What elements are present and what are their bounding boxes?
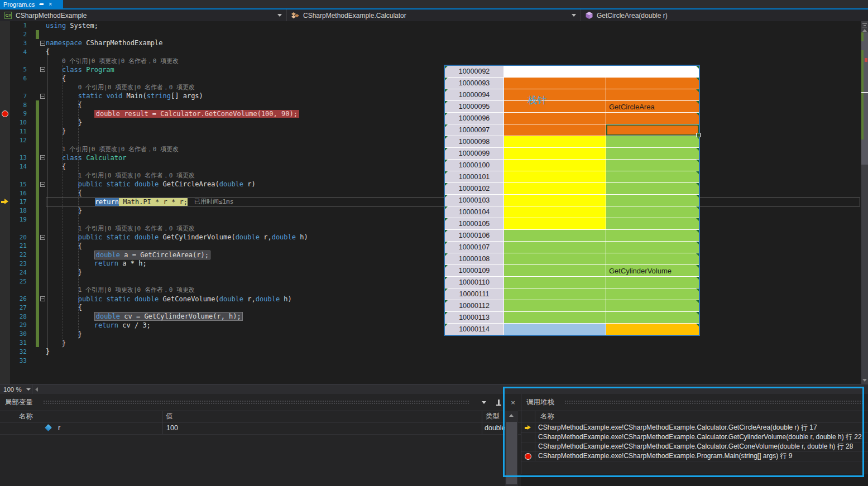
memory-address-cell[interactable]: 10000096 [445, 113, 503, 124]
codelens-info[interactable]: 1 个引用|0 项更改|0 名作者，0 项更改 [78, 286, 195, 294]
code-line[interactable]: 7static void Main(string[] args) [0, 92, 861, 100]
stack-frame-row[interactable]: CSharpMethodExample.exe!CSharpMethodExam… [521, 442, 868, 452]
member-dropdown[interactable]: GetCircleArea(double r) [581, 9, 861, 21]
memory-cell-c[interactable] [606, 66, 699, 77]
code-line[interactable]: 6{ [0, 74, 861, 83]
memory-cell-c[interactable] [606, 312, 699, 323]
project-dropdown[interactable]: C# CSharpMethodExample [0, 9, 287, 21]
fold-collapse-icon[interactable] [40, 296, 45, 301]
code-line[interactable]: 28double cv = GetCylinderVolume(r, h); [0, 312, 861, 321]
code-line[interactable]: 33 [0, 356, 861, 365]
code-line[interactable]: 30} [0, 330, 861, 339]
column-value[interactable]: 值 [166, 411, 173, 422]
memory-cell-b[interactable] [504, 300, 606, 311]
codelens-line[interactable]: 0 个引用|0 项更改|0 名作者，0 项更改 [0, 83, 861, 92]
fold-collapse-icon[interactable] [40, 235, 45, 240]
close-icon[interactable]: × [509, 398, 517, 407]
codelens-info[interactable]: 1 个引用|0 项更改|0 名作者，0 项更改 [62, 145, 179, 153]
code-line[interactable]: 12 [0, 136, 861, 145]
close-icon[interactable]: × [49, 2, 52, 7]
column-name[interactable]: 名称 [19, 411, 33, 422]
editor-horizontal-scrollbar[interactable]: 100 % [0, 384, 868, 394]
code-line[interactable]: 18} [0, 206, 861, 215]
memory-cell-c[interactable] [606, 160, 699, 171]
memory-cell-c[interactable] [606, 171, 699, 182]
code-line[interactable]: 20public static double GetCylinderVolume… [0, 233, 861, 242]
code-line[interactable]: 22double a = GetCircleArea(r); [0, 251, 861, 259]
scroll-up-arrow[interactable] [509, 414, 514, 417]
codelens-info[interactable]: 1 个引用|0 项更改|0 名作者，0 项更改 [78, 224, 195, 233]
code-line[interactable]: 31} [0, 339, 861, 348]
memory-address-cell[interactable]: 10000113 [445, 312, 503, 323]
column-type[interactable]: 类型 [486, 411, 500, 422]
memory-address-cell[interactable]: 10000103 [445, 195, 503, 206]
breakpoint-icon[interactable] [2, 110, 8, 117]
memory-cell-b[interactable] [504, 324, 606, 335]
memory-cell-b[interactable] [504, 160, 606, 171]
memory-cell-b[interactable] [504, 148, 606, 159]
memory-cell-b[interactable] [504, 89, 606, 100]
scroll-left-arrow[interactable] [35, 387, 38, 392]
memory-cell-c[interactable] [606, 288, 699, 300]
scroll-up-arrow[interactable] [862, 29, 867, 32]
memory-address-cell[interactable]: 10000110 [445, 277, 503, 288]
memory-address-cell[interactable]: 10000098 [445, 136, 503, 147]
memory-cell-b[interactable] [504, 195, 606, 206]
memory-cell-b[interactable] [504, 124, 606, 136]
memory-cell-c[interactable] [606, 136, 699, 147]
memory-cell-b[interactable] [504, 230, 606, 241]
memory-cell-b[interactable] [504, 171, 606, 182]
memory-cell-b[interactable] [504, 136, 606, 147]
tab-program-cs[interactable]: Program.cs × [0, 0, 63, 8]
memory-address-cell[interactable]: 10000093 [445, 78, 503, 89]
code-line[interactable]: 24} [0, 268, 861, 277]
code-line[interactable]: 25 [0, 277, 861, 286]
memory-cell-b[interactable] [504, 288, 606, 300]
memory-cell-c[interactable] [606, 206, 699, 218]
code-line[interactable]: 19 [0, 215, 861, 224]
scroll-down-arrow[interactable] [862, 379, 867, 382]
memory-address-cell[interactable]: 10000105 [445, 218, 503, 229]
memory-cell-c[interactable]: GetCylinderVolume [606, 265, 699, 276]
codelens-info[interactable]: 0 个引用|0 项更改|0 名作者，0 项更改 [62, 57, 179, 65]
code-editor[interactable]: 1using System;23namespace CSharpMethodEx… [0, 21, 868, 384]
memory-cell-c[interactable]: GetCircleArea [606, 101, 699, 112]
codelens-line[interactable]: 1 个引用|0 项更改|0 名作者，0 项更改 [0, 224, 861, 233]
code-line[interactable]: 11} [0, 127, 861, 136]
memory-address-cell[interactable]: 10000099 [445, 148, 503, 159]
window-menu-icon[interactable] [479, 398, 488, 407]
memory-cell-b[interactable] [504, 277, 606, 288]
memory-address-cell[interactable]: 10000112 [445, 300, 503, 311]
memory-address-cell[interactable]: 10000109 [445, 265, 503, 276]
memory-cell-b[interactable] [504, 101, 606, 112]
fold-collapse-icon[interactable] [40, 94, 45, 99]
memory-cell-b[interactable] [504, 113, 606, 124]
code-line[interactable]: 15public static double GetCircleArea(dou… [0, 180, 861, 189]
memory-address-cell[interactable]: 10000108 [445, 253, 503, 264]
code-line[interactable]: 29return cv / 3; [0, 321, 861, 330]
memory-address-cell[interactable]: 10000094 [445, 89, 503, 100]
code-line[interactable]: 13class Calculator [0, 153, 861, 162]
memory-cell-b[interactable] [504, 206, 606, 218]
memory-cell-b[interactable] [504, 253, 606, 264]
memory-cell-b[interactable] [504, 218, 606, 229]
stack-frame-row[interactable]: CSharpMethodExample.exe!CSharpMethodExam… [521, 423, 868, 433]
memory-cell-c[interactable] [606, 253, 699, 264]
memory-cell-c[interactable] [606, 124, 699, 136]
code-line[interactable]: 23return a * h; [0, 259, 861, 268]
memory-cell-c[interactable] [606, 324, 699, 335]
code-line[interactable]: 8{ [0, 100, 861, 109]
memory-cell-c[interactable] [606, 277, 699, 288]
codelens-line[interactable]: 1 个引用|0 项更改|0 名作者，0 项更改 [0, 171, 861, 180]
memory-cell-b[interactable] [504, 312, 606, 323]
memory-cell-b[interactable] [504, 265, 606, 276]
callstack-panel-titlebar[interactable]: 调用堆栈 [521, 394, 868, 411]
code-line[interactable]: 5class Program [0, 65, 861, 74]
fold-collapse-icon[interactable] [40, 41, 45, 46]
code-line[interactable]: 14{ [0, 162, 861, 171]
memory-cell-c[interactable] [606, 148, 699, 159]
memory-cell-c[interactable] [606, 300, 699, 311]
memory-cell-c[interactable] [606, 230, 699, 241]
type-dropdown[interactable]: CSharpMethodExample.Calculator [287, 9, 581, 21]
fold-collapse-icon[interactable] [40, 155, 45, 160]
